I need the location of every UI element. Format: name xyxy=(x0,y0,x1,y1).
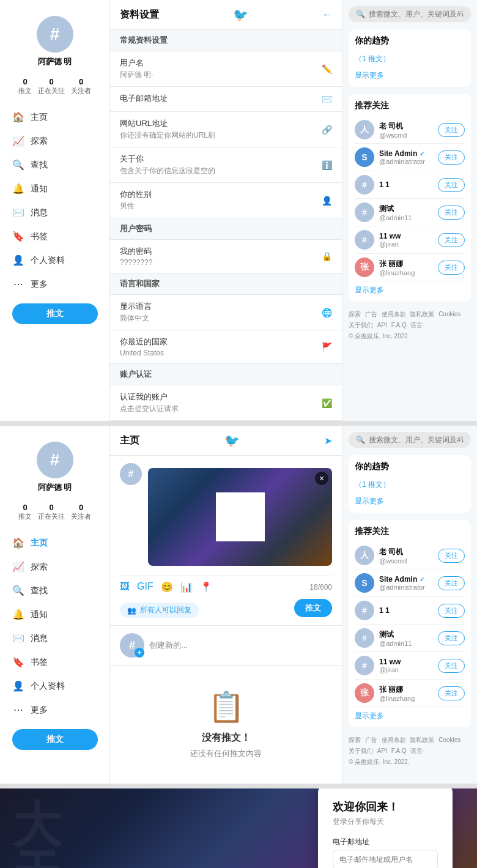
login-title: 欢迎你回来！ xyxy=(333,799,438,814)
sidebar-item-more[interactable]: ⋯ 更多 xyxy=(0,272,109,296)
nav-menu-2: 🏠 主页 📈 探索 🔍 查找 🔔 通知 ✉️ 消息 🔖 书签 xyxy=(0,531,109,722)
setting-language[interactable]: 显示语言 简体中文 🌐 xyxy=(110,295,342,330)
follow-btn-h1[interactable]: 关注 xyxy=(438,549,465,563)
sidebar-item-home-2[interactable]: 🏠 主页 xyxy=(0,531,109,555)
trend-count-2: （1 推文） xyxy=(355,477,465,492)
sidebar-item-message[interactable]: ✉️ 消息 xyxy=(0,201,109,224)
show-more-trends[interactable]: 显示更多 xyxy=(355,70,465,81)
mail-icon-2: ✉️ xyxy=(12,632,24,644)
sidebar-item-profile-2[interactable]: 👤 个人资料 xyxy=(0,674,109,698)
follow-btn-h3[interactable]: 关注 xyxy=(438,604,465,618)
footer-link-lang[interactable]: 语言· xyxy=(410,322,424,328)
bell-icon-2: 🔔 xyxy=(12,609,24,620)
follow-btn-h4[interactable]: 关注 xyxy=(438,631,465,645)
back-button[interactable]: ← xyxy=(322,9,332,20)
edit-icon: ✏️ xyxy=(322,64,332,74)
search-box-2[interactable]: 🔍 xyxy=(349,432,471,448)
sidebar-item-explore-2[interactable]: 📈 探索 xyxy=(0,555,109,579)
follow-user-3: # 1 1 关注 xyxy=(355,171,465,199)
setting-username[interactable]: 用户名 阿萨德 明· ✏️ xyxy=(110,51,342,87)
emoji-icon[interactable]: 😊 xyxy=(161,581,173,593)
footer-link-faq-2[interactable]: F.A.Q xyxy=(391,747,407,754)
follow-btn-4[interactable]: 关注 xyxy=(438,206,465,220)
section-verify-label: 账户认证 xyxy=(110,364,342,385)
send-icon[interactable]: ➤ xyxy=(324,435,332,447)
sidebar-item-explore[interactable]: 📈 探索 xyxy=(0,129,109,153)
sidebar-footer-2: 探索 广告 使用条款 隐私政策 Cookies 关于我们 API F.A.Q 语… xyxy=(349,735,471,768)
follow-btn-1[interactable]: 关注 xyxy=(438,123,465,137)
footer-link-api-2[interactable]: API xyxy=(377,747,387,754)
setting-website[interactable]: 网站URL地址 你还没有确定你网站的URL刷 🔗 xyxy=(110,112,342,147)
sidebar-item-home[interactable]: 🏠 主页 xyxy=(0,105,109,129)
footer-link-privacy[interactable]: 隐私政策 xyxy=(410,311,434,317)
search-box[interactable]: 🔍 xyxy=(349,6,471,22)
footer-link-terms[interactable]: 使用条款 xyxy=(382,311,406,317)
follow-btn-6[interactable]: 关注 xyxy=(438,261,465,275)
nav-menu: 🏠 主页 📈 探索 🔍 查找 🔔 通知 ✉️ 消息 🔖 书签 xyxy=(0,105,109,296)
sidebar-2: # 阿萨德 明 0 推文 0 正在关注 0 关注者 🏠 主页 📈 xyxy=(0,426,110,784)
footer-link-api[interactable]: API xyxy=(377,322,387,328)
follow-btn-h6[interactable]: 关注 xyxy=(438,686,465,700)
show-more-follow[interactable]: 显示更多 xyxy=(355,285,465,295)
footer-link-about-2[interactable]: 关于我们 xyxy=(349,747,373,754)
sidebar-item-bookmark-2[interactable]: 🔖 书签 xyxy=(0,650,109,674)
tweet-button[interactable]: 推文 xyxy=(12,303,98,324)
sidebar-item-bookmark[interactable]: 🔖 书签 xyxy=(0,224,109,248)
sidebar-item-profile[interactable]: 👤 个人资料 xyxy=(0,248,109,272)
search-input-2[interactable] xyxy=(369,436,464,444)
footer-link-ads-2[interactable]: 广告 xyxy=(365,736,377,743)
search-input[interactable] xyxy=(369,10,464,18)
video-close-button[interactable]: × xyxy=(315,472,328,485)
footer-link-cookies[interactable]: Cookies xyxy=(438,311,460,317)
footer-link-cookies-2[interactable]: Cookies xyxy=(438,736,460,743)
setting-password[interactable]: 我的密码 ???????? 🔒 xyxy=(110,240,342,273)
bell-icon: 🔔 xyxy=(12,183,24,195)
footer-link-privacy-2[interactable]: 隐私政策 xyxy=(410,736,434,743)
follow-btn-h2[interactable]: 关注 xyxy=(438,576,465,590)
search-icon-right: 🔍 xyxy=(356,10,365,18)
show-more-follow-2[interactable]: 显示更多 xyxy=(355,711,465,721)
follow-btn-h5[interactable]: 关注 xyxy=(438,659,465,673)
sidebar-item-search-2[interactable]: 🔍 查找 xyxy=(0,579,109,603)
setting-verify[interactable]: 认证我的账户 点击提交认证请求 ✅ xyxy=(110,385,342,421)
footer-link-explore-2[interactable]: 探索 xyxy=(349,736,361,743)
poll-icon[interactable]: 📊 xyxy=(180,581,193,593)
create-new-area[interactable]: # + 创建新的... xyxy=(110,626,342,666)
gif-icon[interactable]: GIF xyxy=(137,581,153,593)
follow-btn-3[interactable]: 关注 xyxy=(438,178,465,192)
sidebar-item-more-2[interactable]: ⋯ 更多 xyxy=(0,698,109,722)
setting-country[interactable]: 你最近的国家 United States 🚩 xyxy=(110,330,342,364)
footer-link-about[interactable]: 关于我们 xyxy=(349,322,373,328)
submit-tweet-button[interactable]: 推文 xyxy=(294,599,332,617)
image-icon[interactable]: 🖼 xyxy=(120,581,130,593)
setting-gender[interactable]: 你的性别 男性 👤 xyxy=(110,183,342,218)
follow-avatar-h3: # xyxy=(355,601,374,620)
reply-setting[interactable]: 👥 所有人可以回复 xyxy=(120,603,199,618)
setting-email[interactable]: 电子邮箱地址 ✉️ xyxy=(110,87,342,112)
trends-title-2: 你的趋势 xyxy=(355,461,465,472)
follow-user-1: 人 老 司机 @wscmd 关注 xyxy=(355,116,465,144)
footer-link-explore[interactable]: 探索 xyxy=(349,311,361,317)
setting-about[interactable]: 关于你 包含关于你的信息这段是空的 ℹ️ xyxy=(110,147,342,183)
sidebar-item-search[interactable]: 🔍 查找 xyxy=(0,153,109,177)
section-divider-2 xyxy=(0,784,477,788)
sidebar-item-message-2[interactable]: ✉️ 消息 xyxy=(0,626,109,650)
follow-user-4: # 测试 @admin11 关注 xyxy=(355,199,465,226)
footer-link-faq[interactable]: F.A.Q xyxy=(391,322,407,328)
footer-link-lang-2[interactable]: 语言· xyxy=(410,747,424,754)
tweet-button-2[interactable]: 推文 xyxy=(12,729,98,750)
follow-avatar-6: 张 xyxy=(355,258,374,277)
sidebar-item-notify[interactable]: 🔔 通知 xyxy=(0,177,109,201)
lock-icon: 🔒 xyxy=(322,251,332,261)
footer-link-terms-2[interactable]: 使用条款 xyxy=(382,736,406,743)
sidebar-item-notify-2[interactable]: 🔔 通知 xyxy=(0,603,109,626)
email-input[interactable] xyxy=(333,850,438,868)
footer-copyright: © 朵推娱乐, Inc. 2022. xyxy=(349,333,410,339)
empty-icon: 📋 xyxy=(208,690,245,724)
show-more-trends-2[interactable]: 显示更多 xyxy=(355,496,465,506)
follow-btn-2[interactable]: 关注 xyxy=(438,150,465,165)
follow-btn-5[interactable]: 关注 xyxy=(438,233,465,247)
location-icon[interactable]: 📍 xyxy=(200,581,212,593)
footer-link-ads[interactable]: 广告 xyxy=(365,311,377,317)
sidebar-item-explore-label: 探索 xyxy=(31,136,48,147)
